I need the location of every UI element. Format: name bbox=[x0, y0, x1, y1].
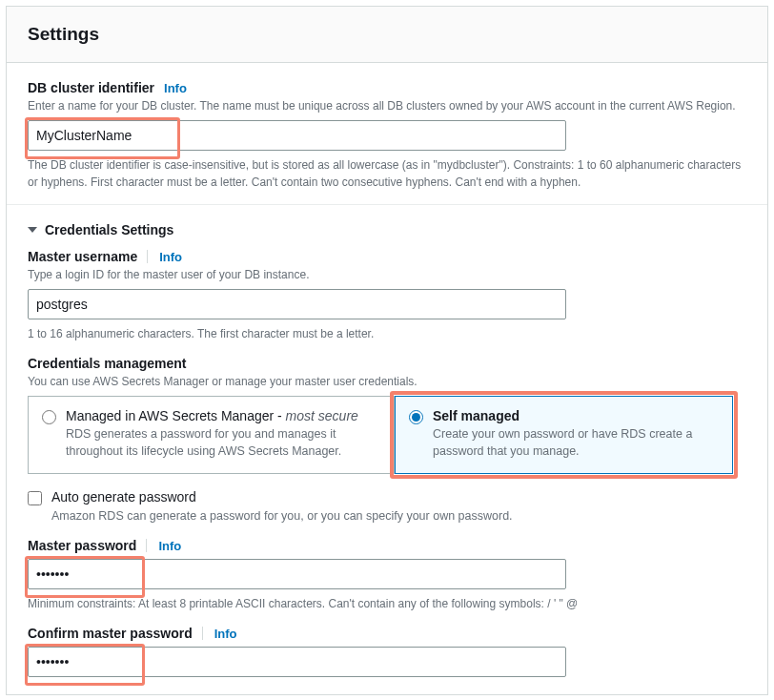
master-password-help-bottom: Minimum constraints: At least 8 printabl… bbox=[28, 595, 746, 612]
settings-panel: Settings DB cluster identifier Info Ente… bbox=[6, 6, 768, 695]
master-password-info-link[interactable]: Info bbox=[158, 539, 181, 553]
page-title: Settings bbox=[28, 24, 746, 45]
credentials-section-title: Credentials Settings bbox=[45, 222, 173, 237]
credentials-management-label: Credentials management bbox=[28, 356, 187, 371]
credentials-radio-self[interactable] bbox=[409, 410, 423, 424]
master-password-input[interactable] bbox=[28, 559, 566, 589]
credentials-management-help: You can use AWS Secrets Manager or manag… bbox=[28, 373, 746, 390]
cluster-identifier-help-top: Enter a name for your DB cluster. The na… bbox=[28, 97, 746, 114]
cluster-identifier-label: DB cluster identifier bbox=[28, 80, 154, 95]
master-username-group: Master username Info Type a login ID for… bbox=[28, 249, 746, 342]
cluster-identifier-info-link[interactable]: Info bbox=[164, 81, 187, 95]
confirm-password-label: Confirm master password bbox=[28, 626, 193, 641]
master-username-input[interactable] bbox=[28, 289, 566, 319]
autogen-checkbox[interactable] bbox=[28, 491, 42, 505]
confirm-password-input[interactable] bbox=[28, 647, 566, 677]
tile-self-title: Self managed bbox=[433, 408, 719, 423]
panel-header: Settings bbox=[7, 7, 767, 63]
confirm-password-group: Confirm master password Info bbox=[28, 626, 746, 677]
tile-managed-desc: RDS generates a password for you and man… bbox=[66, 426, 380, 460]
tile-managed-title: Managed in AWS Secrets Manager - bbox=[66, 408, 286, 423]
credentials-tile-self[interactable]: Self managed Create your own password or… bbox=[395, 396, 733, 474]
credentials-radio-managed[interactable] bbox=[42, 410, 56, 424]
panel-body: DB cluster identifier Info Enter a name … bbox=[7, 63, 767, 694]
autogen-help: Amazon RDS can generate a password for y… bbox=[51, 509, 746, 523]
credentials-tile-managed[interactable]: Managed in AWS Secrets Manager - most se… bbox=[28, 396, 395, 474]
autogen-label[interactable]: Auto generate password bbox=[51, 489, 196, 504]
master-password-group: Master password Info Minimum constraints… bbox=[28, 538, 746, 612]
tile-managed-title-suffix: most secure bbox=[286, 408, 358, 423]
cluster-identifier-group: DB cluster identifier Info Enter a name … bbox=[28, 80, 746, 191]
cluster-identifier-input[interactable] bbox=[28, 120, 566, 151]
caret-down-icon bbox=[28, 227, 37, 233]
credentials-section-toggle[interactable]: Credentials Settings bbox=[28, 222, 746, 237]
cluster-identifier-help-bottom: The DB cluster identifier is case-insens… bbox=[28, 156, 746, 191]
master-password-label: Master password bbox=[28, 538, 136, 553]
autogen-row: Auto generate password bbox=[28, 489, 746, 505]
credentials-management-group: Credentials management You can use AWS S… bbox=[28, 356, 746, 474]
master-username-label: Master username bbox=[28, 249, 137, 264]
confirm-password-info-link[interactable]: Info bbox=[214, 627, 237, 641]
master-username-info-link[interactable]: Info bbox=[159, 250, 182, 264]
master-username-help-top: Type a login ID for the master user of y… bbox=[28, 266, 746, 283]
tile-self-desc: Create your own password or have RDS cre… bbox=[433, 426, 719, 460]
master-username-help-bottom: 1 to 16 alphanumeric characters. The fir… bbox=[28, 325, 746, 342]
